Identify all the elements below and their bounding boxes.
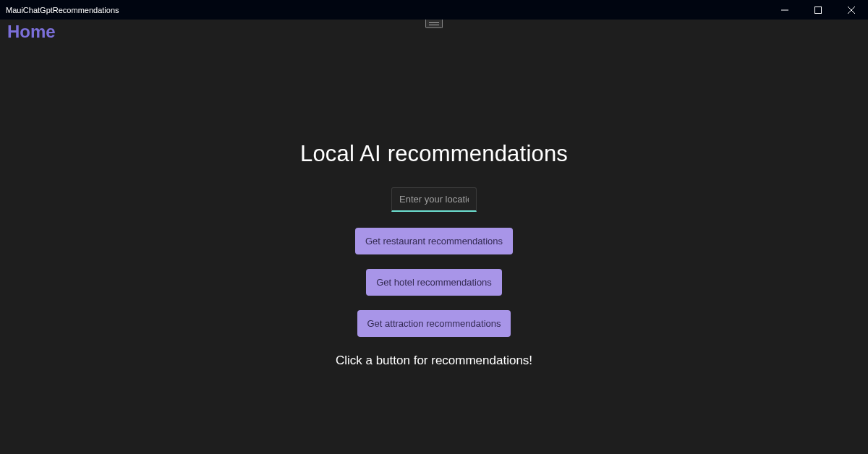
location-input[interactable] <box>391 187 477 212</box>
maximize-button[interactable] <box>801 0 835 20</box>
main-content: Local AI recommendations Get restaurant … <box>0 44 868 454</box>
window-title: MauiChatGptRecommendations <box>6 6 119 14</box>
minimize-button[interactable] <box>768 0 801 20</box>
close-icon <box>848 7 855 14</box>
window-controls <box>768 0 868 20</box>
action-button-group: Get restaurant recommendations Get hotel… <box>355 228 513 337</box>
main-heading: Local AI recommendations <box>300 141 568 167</box>
close-button[interactable] <box>835 0 868 20</box>
app-header: Home <box>0 20 868 44</box>
hint-text: Click a button for recommendations! <box>336 354 532 368</box>
get-hotel-button[interactable]: Get hotel recommendations <box>366 269 502 296</box>
svg-rect-1 <box>815 7 822 13</box>
get-restaurant-button[interactable]: Get restaurant recommendations <box>355 228 513 254</box>
minimize-icon <box>781 7 788 14</box>
window-titlebar: MauiChatGptRecommendations <box>0 0 868 20</box>
page-title: Home <box>7 22 56 42</box>
get-attraction-button[interactable]: Get attraction recommendations <box>357 310 511 337</box>
maximize-icon <box>814 7 822 14</box>
